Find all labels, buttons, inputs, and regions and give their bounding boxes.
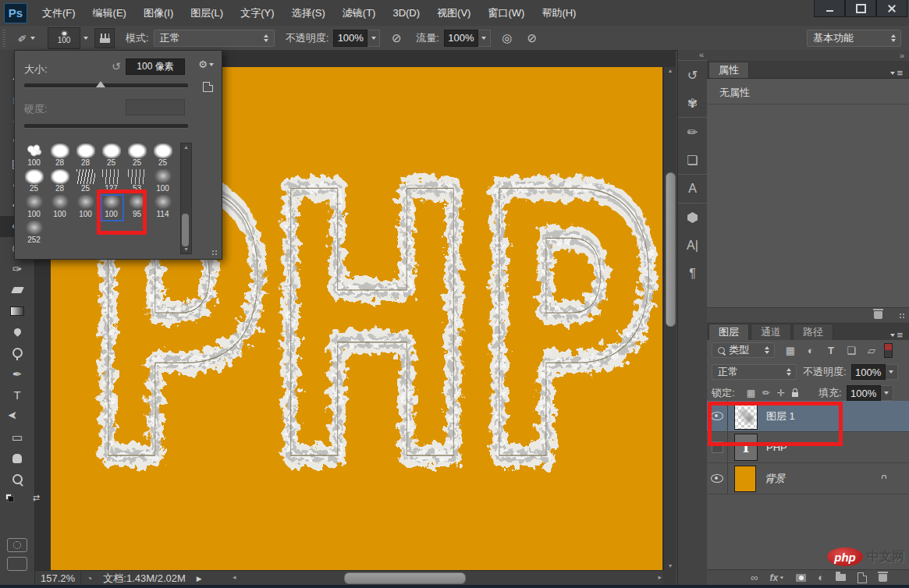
dodge-tool[interactable] — [0, 342, 34, 363]
pen-tool[interactable]: ✒ — [0, 363, 34, 384]
vertical-scrollbar[interactable]: ▴ ▾ — [663, 67, 676, 570]
scroll-right-icon[interactable]: ▸ — [658, 573, 662, 581]
menu-item[interactable]: 文字(Y) — [232, 0, 282, 26]
zoom-tool[interactable] — [0, 469, 34, 490]
filter-pixel-layers-icon[interactable]: ▦ — [783, 343, 798, 357]
visibility-toggle[interactable] — [707, 401, 728, 431]
brush-preset[interactable]: 25 — [150, 143, 176, 168]
workspace-select[interactable]: 基本功能 — [807, 30, 901, 47]
brush-preset[interactable]: 95 — [124, 194, 150, 220]
filter-shape-layers-icon[interactable]: ❏ — [843, 343, 859, 357]
brush-tool-preset-button[interactable]: ✏ — [10, 29, 43, 48]
gradient-tool[interactable] — [0, 300, 34, 321]
layer-row-layer1[interactable]: 图层 1 — [707, 401, 909, 432]
brush-preset[interactable]: 100 — [47, 194, 73, 220]
expand-panels-icon[interactable]: « — [678, 50, 707, 60]
blur-tool[interactable] — [0, 321, 34, 342]
status-menu-arrow-icon[interactable]: ▶ — [197, 575, 202, 583]
brush-panel-icon[interactable]: ✏ — [678, 117, 707, 146]
size-slider[interactable] — [24, 83, 188, 88]
tablet-size-button[interactable]: ⊘ — [524, 30, 541, 47]
brush-preset[interactable]: 25 — [124, 143, 150, 168]
visibility-toggle[interactable] — [707, 463, 728, 494]
add-mask-icon[interactable] — [796, 574, 806, 582]
menu-item[interactable]: 滤镜(T) — [334, 0, 385, 26]
opacity-dropdown-button[interactable] — [368, 30, 380, 47]
layer-blend-mode-select[interactable]: 正常 — [712, 364, 797, 380]
zoom-level-field[interactable]: 157.2% — [41, 572, 75, 584]
brush-presets-panel-icon[interactable]: ✾ — [678, 89, 707, 117]
background-layer-thumbnail[interactable] — [734, 466, 756, 492]
default-colors-icon[interactable] — [5, 494, 13, 501]
popup-menu-button[interactable]: ⚙ — [198, 58, 214, 70]
brush-preset[interactable]: 28 — [47, 168, 73, 194]
horizontal-scroll-thumb[interactable] — [344, 572, 466, 584]
brush-preset[interactable]: 114 — [150, 194, 176, 220]
filter-toggle-switch[interactable] — [884, 343, 893, 358]
brush-preset[interactable]: 100 — [21, 143, 47, 168]
lock-position-icon[interactable]: ✛ — [777, 388, 785, 398]
layers-panel-menu-icon[interactable]: ≡ — [890, 330, 903, 340]
scroll-left-icon[interactable]: ◂ — [233, 573, 236, 581]
filter-type-select[interactable]: 类型 — [712, 342, 775, 358]
layer-name[interactable]: 背景 — [765, 472, 785, 486]
options-grip[interactable] — [2, 30, 5, 47]
brush-preset[interactable]: 100 — [98, 194, 124, 220]
brush-preset[interactable]: 53 — [124, 168, 150, 194]
fill-dropdown[interactable] — [881, 385, 893, 401]
minimize-button[interactable] — [814, 0, 845, 17]
resize-grip-icon[interactable] — [899, 313, 906, 320]
menu-item[interactable]: 编辑(E) — [84, 0, 135, 26]
menu-item[interactable]: 图像(I) — [135, 0, 182, 26]
fill-input[interactable]: 100% — [847, 385, 881, 401]
toggle-brush-panel-button[interactable] — [94, 28, 115, 48]
delete-layer-icon[interactable] — [879, 574, 887, 582]
properties-panel-menu-icon[interactable]: ≡ — [890, 68, 903, 78]
brush-preset[interactable]: 100 — [73, 194, 98, 220]
blend-mode-select[interactable]: 正常 — [154, 30, 275, 47]
scroll-up-icon[interactable]: ▴ — [664, 67, 676, 75]
maximize-button[interactable] — [845, 0, 876, 17]
brush-preset[interactable]: 25 — [73, 168, 98, 194]
brush-preset[interactable]: 28 — [73, 143, 98, 168]
close-button[interactable] — [876, 0, 907, 17]
styles-panel-icon[interactable]: ❏ — [678, 146, 707, 174]
create-brush-icon[interactable] — [203, 82, 213, 92]
menu-item[interactable]: 视图(V) — [428, 0, 479, 26]
opacity-input[interactable]: 100% — [333, 30, 368, 47]
layer-opacity-input[interactable]: 100% — [851, 364, 886, 380]
brush-preset[interactable]: 28 — [47, 143, 73, 168]
tab-paths[interactable]: 路径 — [793, 324, 833, 340]
brush-preset-picker[interactable]: 100 — [48, 27, 80, 49]
collapse-panels-icon[interactable]: » — [900, 51, 904, 60]
tab-properties[interactable]: 属性 — [708, 62, 749, 78]
adjustment-layer-icon[interactable]: ◐ — [818, 572, 824, 583]
layer-name[interactable]: 图层 1 — [766, 409, 795, 423]
paragraph-panel-icon[interactable]: ¶ — [678, 260, 707, 288]
layer-style-button[interactable]: fx — [769, 572, 784, 583]
tablet-opacity-button[interactable]: ⊘ — [388, 30, 405, 47]
menu-item[interactable]: 文件(F) — [34, 0, 84, 26]
brush-preset[interactable]: 252 — [21, 220, 47, 246]
hand-tool[interactable] — [0, 448, 34, 469]
trash-icon[interactable] — [874, 311, 882, 319]
history-panel-icon[interactable]: ↺ — [678, 60, 707, 89]
horizontal-scrollbar[interactable]: ◂ ▸ — [231, 572, 663, 583]
airbrush-button[interactable]: ◎ — [499, 30, 516, 47]
brush-preset[interactable]: 100 — [150, 168, 176, 194]
quick-mask-button[interactable] — [7, 538, 27, 552]
history-brush-tool[interactable]: ✑ — [0, 258, 34, 279]
layer-opacity-dropdown[interactable] — [886, 364, 898, 380]
screen-mode-button[interactable] — [7, 557, 27, 571]
brush-picker-arrow-icon[interactable] — [83, 37, 88, 40]
reset-size-icon[interactable]: ↺ — [112, 60, 121, 73]
lock-paint-icon[interactable]: ✏ — [762, 388, 770, 398]
layer-name[interactable]: PHP — [766, 441, 787, 453]
flow-dropdown-button[interactable] — [478, 30, 491, 47]
brush-size-input[interactable]: 100 像素 — [126, 58, 185, 75]
link-layers-icon[interactable]: ∞ — [751, 572, 758, 583]
filter-adjustment-layers-icon[interactable]: ◐ — [803, 343, 818, 357]
lock-transparency-icon[interactable]: ▦ — [747, 388, 755, 398]
filter-smart-object-icon[interactable]: ▱ — [864, 343, 879, 357]
text-layer-thumbnail[interactable]: T — [734, 434, 758, 461]
